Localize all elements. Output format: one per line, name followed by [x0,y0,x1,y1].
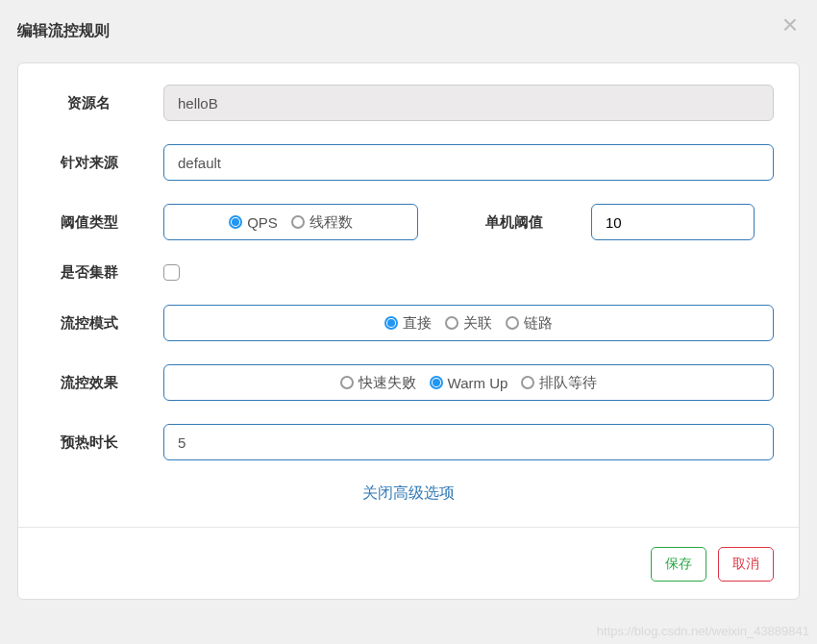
edit-flow-rule-modal: 编辑流控规则 × 资源名 针对来源 阈值类型 QPS 线程数 [0,0,817,644]
label-cluster: 是否集群 [43,263,135,282]
radio-group-threshold-type: QPS 线程数 [163,204,418,240]
radio-label-direct: 直接 [403,314,432,333]
radio-qps[interactable]: QPS [229,214,278,231]
radio-icon [521,376,534,389]
radio-label-thread: 线程数 [309,213,353,232]
label-resource-name: 资源名 [43,94,135,112]
modal-footer: 保存 取消 [43,547,774,582]
label-limit-app: 针对来源 [43,154,135,172]
radio-label-queue: 排队等待 [539,374,597,392]
radio-label-relate: 关联 [463,314,492,333]
save-button[interactable]: 保存 [651,547,706,582]
row-resource-name: 资源名 [43,85,774,121]
cancel-button[interactable]: 取消 [718,547,774,582]
radio-label-fastfail: 快速失败 [359,374,416,392]
row-warmup-duration: 预热时长 [43,424,774,460]
radio-icon [291,215,305,229]
toggle-advanced-link[interactable]: 关闭高级选项 [43,483,774,504]
row-limit-app: 针对来源 [43,144,774,181]
form-panel: 资源名 针对来源 阈值类型 QPS 线程数 单机阈值 [17,62,800,600]
row-control-mode: 流控模式 直接 关联 链路 [43,305,774,341]
input-limit-app[interactable] [163,144,774,181]
modal-header: 编辑流控规则 × [0,0,817,53]
radio-mode-chain[interactable]: 链路 [506,314,553,333]
radio-label-warmup: Warm Up [448,375,508,391]
input-warmup-duration[interactable] [163,424,774,460]
radio-icon [506,316,519,330]
radio-icon [384,316,398,330]
radio-effect-queue[interactable]: 排队等待 [521,374,597,392]
radio-icon [445,316,458,330]
modal-title: 编辑流控规则 [17,21,110,41]
radio-group-control-effect: 快速失败 Warm Up 排队等待 [163,364,774,401]
radio-mode-direct[interactable]: 直接 [384,314,432,333]
radio-label-chain: 链路 [524,314,553,333]
radio-icon [229,215,242,229]
label-control-mode: 流控模式 [43,314,135,333]
radio-icon [340,376,354,389]
label-warmup-duration: 预热时长 [43,433,135,452]
row-cluster: 是否集群 [43,263,774,282]
checkbox-cluster[interactable] [163,264,180,281]
close-icon[interactable]: × [782,12,798,38]
radio-effect-warmup[interactable]: Warm Up [430,375,508,391]
radio-icon [430,376,443,389]
divider [18,527,799,528]
row-threshold: 阈值类型 QPS 线程数 单机阈值 [43,204,774,240]
radio-group-control-mode: 直接 关联 链路 [163,305,774,341]
radio-thread[interactable]: 线程数 [291,213,353,232]
label-single-threshold: 单机阈值 [485,213,543,232]
radio-label-qps: QPS [247,214,278,231]
watermark-text: https://blog.csdn.net/weixin_43889841 [597,624,809,638]
label-control-effect: 流控效果 [43,374,135,392]
row-control-effect: 流控效果 快速失败 Warm Up 排队等待 [43,364,774,401]
label-threshold-type: 阈值类型 [43,213,135,232]
radio-effect-fastfail[interactable]: 快速失败 [340,374,416,392]
input-single-threshold[interactable] [591,204,755,240]
input-resource-name [163,85,774,121]
radio-mode-relate[interactable]: 关联 [445,314,492,333]
